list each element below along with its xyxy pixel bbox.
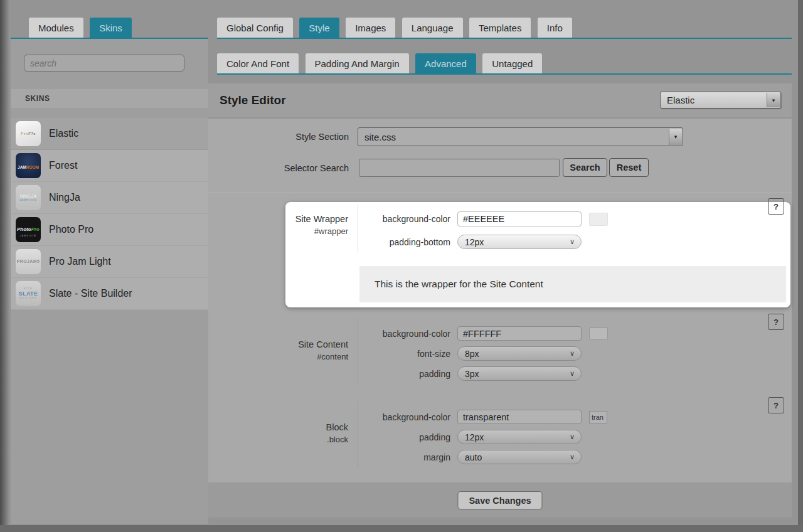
- subtab-advanced[interactable]: Advanced: [415, 53, 476, 73]
- section-name: Block: [285, 422, 348, 432]
- color-swatch[interactable]: [589, 213, 608, 226]
- skin-name: Forest: [49, 160, 77, 171]
- icon-text: JAMROOM: [19, 199, 36, 202]
- section-name: Site Content: [285, 339, 348, 349]
- section-name: Site Wrapper: [285, 214, 348, 224]
- icon-text: PhotoPro: [17, 222, 40, 233]
- padding-select[interactable]: 12px ∨: [457, 430, 582, 444]
- section-css-selector: #content: [285, 352, 348, 361]
- tab-info[interactable]: Info: [538, 18, 572, 38]
- skin-name: Photo Pro: [49, 224, 93, 235]
- skin-name: Slate - Site Builder: [49, 288, 132, 299]
- padding-bottom-select[interactable]: 12px ∨: [457, 235, 582, 249]
- background-color-input[interactable]: [457, 211, 582, 226]
- save-changes-button[interactable]: Save Changes: [457, 491, 542, 509]
- subtab-untagged[interactable]: Untagged: [482, 53, 542, 73]
- select-value: 8px: [465, 347, 479, 360]
- help-button-site-content[interactable]: ?: [768, 314, 784, 330]
- property-label-padding-bottom: padding-bottom: [356, 237, 450, 247]
- chevron-down-icon[interactable]: ▾: [767, 93, 780, 107]
- photo-pro-skin-icon: PhotoPro JAMROOM: [16, 217, 41, 242]
- color-swatch[interactable]: [589, 327, 608, 340]
- tab-style[interactable]: Style: [299, 18, 339, 38]
- skin-name: Elastic: [49, 128, 78, 139]
- padding-select[interactable]: 3px ∨: [457, 366, 582, 381]
- skin-item-slate[interactable]: SITE SLATE BUILDER Slate - Site Builder: [11, 278, 208, 310]
- skin-item-photo-pro[interactable]: PhotoPro JAMROOM Photo Pro: [11, 214, 208, 246]
- chevron-down-icon[interactable]: ▾: [669, 129, 682, 145]
- selector-search-input[interactable]: [359, 159, 560, 177]
- tab-templates[interactable]: Templates: [469, 18, 531, 38]
- pro-jam-light-skin-icon: PROJAM5: [16, 249, 41, 274]
- skin-item-forest[interactable]: JAMROOM Forest: [11, 150, 208, 182]
- window-edge-right: [798, 0, 803, 532]
- skin-name: NingJa: [49, 192, 80, 203]
- tab-skins[interactable]: Skins: [90, 18, 132, 38]
- tab-underline-right: [217, 38, 792, 39]
- skin-item-ningja[interactable]: NINGJA JAMROOM NingJa: [11, 182, 208, 214]
- primary-tabs: Modules Skins: [29, 18, 136, 38]
- icon-text: JAMROOM: [18, 160, 39, 171]
- tab-language[interactable]: Language: [402, 18, 463, 38]
- window-edge-left: [0, 0, 9, 532]
- section-site-wrapper: Site Wrapper #wrapper background-color p…: [285, 202, 790, 307]
- ningja-skin-icon: NINGJA JAMROOM: [16, 185, 41, 210]
- chevron-down-icon: ∨: [570, 367, 575, 380]
- property-label-padding: padding: [356, 369, 450, 379]
- icon-text: F++F7s: [21, 132, 36, 136]
- select-value: 12px: [465, 430, 484, 444]
- font-size-select[interactable]: 8px ∨: [457, 346, 582, 361]
- select-value: 12px: [465, 235, 484, 248]
- slate-skin-icon: SITE SLATE BUILDER: [16, 281, 41, 306]
- tab-global-config[interactable]: Global Config: [217, 18, 293, 38]
- style-section-value: site.css: [364, 128, 396, 146]
- skin-tabs: Global Config Style Images Language Temp…: [217, 18, 576, 38]
- help-button-block[interactable]: ?: [768, 397, 784, 413]
- tab-images[interactable]: Images: [346, 18, 395, 38]
- page-title: Style Editor: [220, 83, 286, 117]
- subtab-padding-and-margin[interactable]: Padding And Margin: [306, 53, 409, 73]
- style-section-label: Style Section: [208, 132, 349, 142]
- property-label-font-size: font-size: [356, 349, 450, 359]
- color-swatch-transparent[interactable]: tran: [589, 411, 607, 423]
- section-css-selector: #wrapper: [285, 226, 348, 236]
- subtab-underline: [217, 73, 792, 75]
- background-color-input[interactable]: [457, 326, 582, 341]
- select-value: 3px: [465, 367, 479, 380]
- margin-select[interactable]: auto ∨: [457, 450, 582, 464]
- property-label-background-color: background-color: [356, 214, 450, 224]
- icon-text: JAMROOM: [20, 235, 36, 237]
- skin-name: Pro Jam Light: [49, 256, 111, 267]
- skin-search-input[interactable]: [24, 55, 184, 72]
- tab-modules[interactable]: Modules: [29, 18, 83, 38]
- chevron-down-icon: ∨: [570, 450, 575, 464]
- divider: [208, 193, 792, 193]
- note-text: This is the wrapper for the Site Content: [359, 266, 786, 302]
- icon-text: PROJAM5: [17, 259, 40, 264]
- style-section-dropdown[interactable]: site.css ▾: [358, 127, 683, 146]
- skin-selector-dropdown[interactable]: Elastic ▾: [660, 92, 781, 109]
- property-label-padding: padding: [356, 432, 450, 442]
- forest-skin-icon: JAMROOM: [16, 153, 41, 178]
- property-label-background-color: background-color: [356, 412, 450, 422]
- search-button[interactable]: Search: [563, 158, 607, 177]
- section-css-selector: .block: [285, 435, 348, 444]
- icon-text: BUILDER: [19, 297, 36, 300]
- form-footer: Save Changes: [208, 482, 792, 518]
- skin-selector-value: Elastic: [667, 92, 694, 108]
- help-button-site-wrapper[interactable]: ?: [768, 198, 784, 215]
- subtab-color-and-font[interactable]: Color And Font: [217, 53, 299, 73]
- chevron-down-icon: ∨: [570, 347, 575, 360]
- chevron-down-icon: ∨: [570, 430, 575, 444]
- background-color-input[interactable]: [457, 410, 582, 424]
- skin-item-pro-jam-light[interactable]: PROJAM5 Pro Jam Light: [11, 246, 208, 278]
- select-value: auto: [465, 450, 482, 464]
- style-subtabs: Color And Font Padding And Margin Advanc…: [217, 53, 546, 73]
- reset-button[interactable]: Reset: [609, 158, 649, 177]
- skin-item-elastic[interactable]: F++F7s Elastic: [11, 118, 208, 150]
- chevron-down-icon: ∨: [570, 235, 575, 248]
- property-label-background-color: background-color: [356, 329, 450, 339]
- selector-search-label: Selector Search: [208, 163, 349, 173]
- elastic-skin-icon: F++F7s: [16, 121, 41, 146]
- section-note: This is the wrapper for the Site Content: [359, 266, 786, 302]
